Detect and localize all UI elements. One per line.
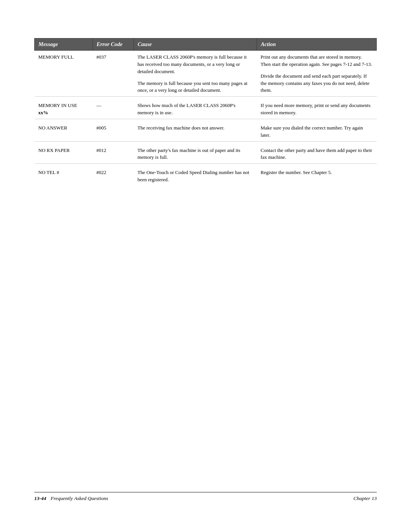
table-row: NO RX PAPER#012The other party's fax mac… <box>35 141 377 164</box>
cell-errorcode: #005 <box>92 119 134 141</box>
cell-action: Print out any documents that are stored … <box>257 51 377 97</box>
table-row: MEMORY IN USExx%—Shows how much of the L… <box>35 97 377 119</box>
cell-errorcode: #022 <box>92 164 134 186</box>
cell-cause: Shows how much of the LASER CLASS 2060P'… <box>134 97 257 119</box>
table-header-row: Message Error Code Cause Action <box>35 38 377 51</box>
cell-message: MEMORY IN USExx% <box>35 97 93 119</box>
section-title: Frequently Asked Questions <box>51 495 108 501</box>
cell-message: MEMORY FULL <box>35 51 93 97</box>
page-container: Message Error Code Cause Action MEMORY F… <box>34 30 377 502</box>
error-table: Message Error Code Cause Action MEMORY F… <box>34 38 377 186</box>
cell-cause: The LASER CLASS 2060P's memory is full b… <box>134 51 257 97</box>
table-container: Message Error Code Cause Action MEMORY F… <box>34 38 377 186</box>
header-message: Message <box>35 38 93 51</box>
footer-left: 13-44 Frequently Asked Questions <box>34 495 108 502</box>
table-row: MEMORY FULL#037The LASER CLASS 2060P's m… <box>35 51 377 97</box>
header-action: Action <box>257 38 377 51</box>
table-row: NO ANSWER#005The receiving fax machine d… <box>35 119 377 141</box>
cell-action: If you need more memory, print or send a… <box>257 97 377 119</box>
cell-errorcode: #012 <box>92 141 134 164</box>
cell-cause: The receiving fax machine does not answe… <box>134 119 257 141</box>
cell-action: Make sure you dialed the correct number.… <box>257 119 377 141</box>
cell-message: NO ANSWER <box>35 119 93 141</box>
cell-cause: The One-Touch or Coded Speed Dialing num… <box>134 164 257 186</box>
footer-right: Chapter 13 <box>354 495 377 502</box>
cell-cause: The other party's fax machine is out of … <box>134 141 257 164</box>
cell-errorcode: #037 <box>92 51 134 97</box>
cell-message: NO TEL # <box>35 164 93 186</box>
cell-action: Register the number. See Chapter 5. <box>257 164 377 186</box>
header-errorcode: Error Code <box>92 38 134 51</box>
header-cause: Cause <box>134 38 257 51</box>
cell-message: NO RX PAPER <box>35 141 93 164</box>
cell-errorcode: — <box>92 97 134 119</box>
table-row: NO TEL ##022The One-Touch or Coded Speed… <box>35 164 377 186</box>
page-footer: 13-44 Frequently Asked Questions Chapter… <box>34 492 377 502</box>
page-number: 13-44 <box>34 495 46 501</box>
cell-action: Contact the other party and have them ad… <box>257 141 377 164</box>
